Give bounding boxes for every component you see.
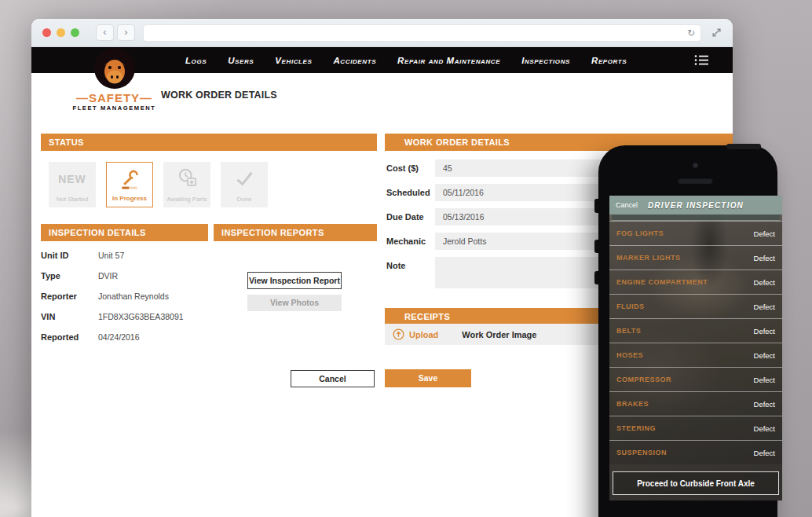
phone-nav-header: DRIVER INSPECTION Cancel [609, 196, 782, 214]
power-button [726, 144, 761, 149]
item-status: Defect [754, 278, 775, 287]
cancel-button[interactable]: Cancel [291, 370, 375, 387]
item-status: Defect [754, 424, 775, 433]
phone-section-bar [612, 214, 780, 221]
nav-item-reports[interactable]: Reports [591, 56, 627, 65]
inspection-item-belts[interactable]: BELTS Defect [609, 318, 782, 343]
status-step-not-started[interactable]: NEW Not Started [49, 162, 96, 207]
item-status: Defect [754, 327, 775, 336]
url-bar[interactable]: ↻ [143, 24, 701, 42]
save-button[interactable]: Save [385, 369, 471, 387]
fullscreen-icon[interactable] [711, 28, 722, 38]
phone-screen: DRIVER INSPECTION Cancel FOG LIGHTS Defe… [609, 196, 782, 500]
item-status: Defect [754, 400, 775, 409]
field-type: Type DVIR [41, 270, 237, 282]
menu-list-icon[interactable] [694, 54, 709, 69]
inspection-item-fluids[interactable]: FLUIDS Defect [609, 294, 782, 318]
nav-item-repair-maintenance[interactable]: Repair and Maintenance [397, 56, 500, 65]
field-reported: Reported 04/24/2016 [41, 331, 237, 343]
form-label: Due Date [386, 208, 435, 226]
field-label: Type [41, 271, 98, 280]
nav-item-inspections[interactable]: Inspections [521, 56, 570, 65]
item-status: Defect [754, 376, 775, 384]
field-value: Jonathan Reynolds [98, 292, 169, 301]
item-status: Defect [754, 229, 775, 238]
status-step-done[interactable]: Done [221, 162, 268, 207]
field-vin: VIN 1FD8X3G63BEA38091 [41, 310, 237, 323]
inspection-item-engine-compartment[interactable]: ENGINE COMPARTMENT Defect [609, 270, 782, 294]
item-status: Defect [754, 254, 775, 262]
inspection-reports-header: INSPECTION REPORTS [214, 224, 377, 241]
inspection-item-brakes[interactable]: BRAKES Defect [609, 391, 782, 416]
nav-item-users[interactable]: Users [228, 56, 254, 65]
reload-icon[interactable]: ↻ [687, 28, 695, 38]
nav-item-vehicles[interactable]: Vehicles [275, 56, 312, 65]
item-label: BRAKES [616, 400, 649, 408]
form-label: Mechanic [386, 233, 435, 250]
upload-button[interactable]: Upload [409, 330, 438, 339]
proceed-button[interactable]: Proceed to Curbside Front Axle [613, 471, 779, 495]
nav-item-logs[interactable]: Logs [185, 56, 207, 65]
logo-subtitle: FLEET MANAGEMENT [53, 104, 175, 112]
inspection-item-hoses[interactable]: HOSES Defect [609, 343, 782, 367]
forward-button[interactable]: › [117, 24, 135, 41]
nav-item-accidents[interactable]: Accidents [333, 56, 376, 65]
desktop-background: ‹ › ↻ Logs Users Vehicles Accidents Repa… [0, 0, 812, 517]
phone-cancel-button[interactable]: Cancel [616, 201, 638, 209]
upload-icon[interactable] [393, 328, 404, 340]
inspection-item-marker-lights[interactable]: MARKER LIGHTS Defect [609, 245, 782, 270]
back-button[interactable]: ‹ [96, 24, 114, 41]
view-inspection-report-button[interactable]: View Inspection Report [247, 272, 342, 289]
front-camera [693, 163, 698, 168]
item-status: Defect [754, 351, 775, 360]
field-unit-id: Unit ID Unit 57 [41, 249, 237, 262]
status-step-label: Not Started [57, 196, 88, 203]
status-section-header: STATUS [41, 134, 377, 151]
status-step-label: In Progress [112, 195, 147, 202]
earpiece-speaker [678, 178, 713, 184]
item-label: FOG LIGHTS [616, 229, 664, 237]
item-label: STEERING [616, 424, 656, 432]
item-status: Defect [754, 449, 775, 457]
clock-parts-icon [177, 167, 198, 189]
phone-body: DRIVER INSPECTION Cancel FOG LIGHTS Defe… [598, 145, 777, 517]
item-label: FLUIDS [616, 302, 645, 310]
inspection-details-header: INSPECTION DETAILS [41, 224, 208, 241]
form-label: Scheduled [386, 184, 435, 201]
view-photos-button[interactable]: View Photos [247, 295, 342, 311]
status-step-awaiting-parts[interactable]: Awaiting Parts [163, 162, 210, 207]
brand-logo[interactable]: —SAFETY— FLEET MANAGEMENT [53, 47, 175, 112]
inspection-item-suspension[interactable]: SUSPENSION Defect [609, 440, 782, 464]
wrench-icon [119, 168, 141, 189]
field-value: 04/24/2016 [98, 332, 140, 342]
status-step-in-progress[interactable]: In Progress [106, 162, 153, 207]
inspection-item-steering[interactable]: STEERING Defect [609, 416, 782, 440]
field-value: Unit 57 [98, 251, 124, 260]
field-label: Reporter [41, 292, 98, 301]
item-label: MARKER LIGHTS [616, 254, 681, 262]
minimize-window-icon[interactable] [57, 28, 65, 37]
receipt-file-name: Work Order Image [462, 330, 536, 339]
zoom-window-icon[interactable] [71, 28, 79, 37]
close-window-icon[interactable] [42, 28, 51, 37]
item-label: COMPRESSOR [616, 376, 671, 383]
browser-toolbar: ‹ › ↻ [31, 19, 733, 47]
item-label: ENGINE COMPARTMENT [616, 278, 708, 286]
item-label: SUSPENSION [616, 449, 667, 456]
field-value: DVIR [98, 271, 118, 280]
status-new-text: NEW [58, 173, 86, 185]
check-icon [234, 167, 255, 189]
status-step-label: Awaiting Parts [167, 196, 207, 203]
page-title: WORK ORDER DETAILS [161, 90, 277, 101]
status-steps: NEW Not Started In Progress [49, 162, 268, 207]
phone-mockup: DRIVER INSPECTION Cancel FOG LIGHTS Defe… [591, 144, 779, 517]
inspection-details-fields: Unit ID Unit 57 Type DVIR Reporter Jonat… [41, 249, 237, 351]
field-label: Unit ID [41, 251, 98, 260]
inspection-item-compressor[interactable]: COMPRESSOR Defect [609, 367, 782, 391]
form-label: Note [386, 257, 435, 288]
gorilla-logo-icon [93, 47, 136, 90]
inspection-item-fog-lights[interactable]: FOG LIGHTS Defect [609, 221, 782, 245]
logo-title: —SAFETY— [53, 91, 175, 104]
item-label: HOSES [616, 351, 643, 359]
form-label: Cost ($) [386, 160, 435, 177]
